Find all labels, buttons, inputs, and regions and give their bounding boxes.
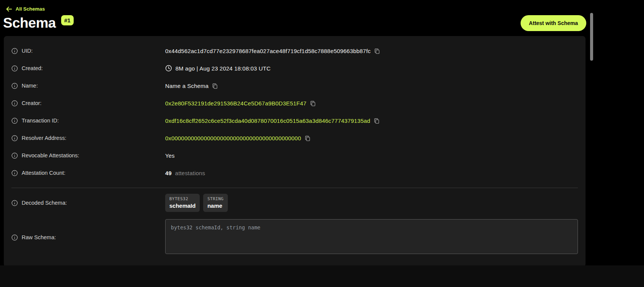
info-icon	[11, 200, 18, 206]
info-icon	[11, 135, 18, 141]
schema-field-badge: STRING name	[203, 194, 228, 212]
field-name: name	[207, 202, 224, 209]
info-icon	[11, 118, 18, 124]
schema-details-card: UID: 0x44d562ac1d7cd77e232978687fea027ac…	[4, 36, 586, 267]
schema-page: All Schemas Schema #1 Attest with Schema…	[0, 0, 589, 267]
scrollbar-track[interactable]	[589, 0, 594, 265]
resolver-address-link[interactable]: 0x00000000000000000000000000000000000000…	[165, 135, 301, 141]
footer-area	[0, 265, 644, 287]
copy-icon[interactable]	[374, 118, 380, 124]
copy-icon[interactable]	[212, 83, 218, 89]
info-icon	[11, 48, 18, 54]
field-type: BYTES32	[169, 196, 196, 201]
info-icon	[11, 100, 18, 107]
copy-icon[interactable]	[305, 135, 311, 141]
detail-row-transaction-id: Transaction ID: 0xdf16c8cff2652c6ce52f3c…	[11, 112, 578, 129]
created-label: Created:	[22, 65, 43, 71]
detail-row-uid: UID: 0x44d562ac1d7cd77e232978687fea027ac…	[11, 42, 578, 60]
info-icon	[11, 234, 18, 241]
info-icon	[11, 170, 18, 176]
copy-icon[interactable]	[374, 48, 380, 54]
uid-label: UID:	[22, 48, 33, 54]
info-icon	[11, 152, 18, 159]
divider	[11, 188, 578, 188]
attest-with-schema-button[interactable]: Attest with Schema	[521, 15, 586, 31]
clock-icon	[165, 65, 172, 72]
copy-icon[interactable]	[310, 100, 316, 107]
page-title: Schema	[3, 14, 56, 32]
detail-row-created: Created: 8M ago | Aug 23 2024 18:08:03 U…	[11, 60, 578, 77]
revocable-label: Revocable Attestations:	[22, 152, 79, 158]
field-type: STRING	[207, 196, 224, 201]
attestation-count-value: 49	[165, 170, 172, 176]
back-arrow-icon	[6, 6, 12, 12]
creator-address-link[interactable]: 0x2e80F532191de291536B24Ce5D67a9B0D3E51F…	[165, 100, 306, 107]
attestations-link[interactable]: attestations	[175, 170, 205, 176]
detail-row-attestation-count: Attestation Count: 49 attestations	[11, 164, 578, 182]
resolver-address-label: Resolver Address:	[22, 135, 66, 141]
created-value: 8M ago | Aug 23 2024 18:08:03 UTC	[175, 65, 271, 72]
schema-field-badge: BYTES32 schemaId	[165, 194, 200, 212]
detail-row-name: Name: Name a Schema	[11, 77, 578, 94]
field-name: schemaId	[169, 202, 196, 209]
back-link[interactable]: All Schemas	[0, 0, 45, 12]
name-label: Name:	[22, 83, 38, 89]
schema-number-badge: #1	[61, 15, 74, 25]
creator-label: Creator:	[22, 100, 41, 106]
transaction-id-label: Transaction ID:	[22, 118, 59, 124]
detail-row-decoded-schema: Decoded Schema: BYTES32 schemaId STRING …	[11, 192, 578, 214]
name-value: Name a Schema	[165, 83, 208, 89]
detail-row-raw-schema: Raw Schema: bytes32 schemaId, string nam…	[11, 219, 578, 256]
raw-schema-label: Raw Schema:	[22, 234, 56, 240]
decoded-schema-label: Decoded Schema:	[22, 200, 67, 206]
detail-row-creator: Creator: 0x2e80F532191de291536B24Ce5D67a…	[11, 94, 578, 112]
transaction-id-link[interactable]: 0xdf16c8cff2652c6ce52f3cda40d0878070016c…	[165, 118, 370, 124]
title-row: Schema #1 Attest with Schema	[0, 14, 589, 32]
info-icon	[11, 83, 18, 89]
back-link-label: All Schemas	[16, 6, 45, 12]
scrollbar-thumb[interactable]	[590, 13, 593, 61]
revocable-value: Yes	[165, 152, 175, 159]
attestation-count-label: Attestation Count:	[22, 170, 65, 176]
detail-row-resolver-address: Resolver Address: 0x00000000000000000000…	[11, 129, 578, 147]
uid-value: 0x44d562ac1d7cd77e232978687fea027ace48f7…	[165, 48, 371, 54]
raw-schema-textarea[interactable]: bytes32 schemaId, string name	[165, 219, 578, 254]
info-icon	[11, 65, 18, 72]
detail-row-revocable: Revocable Attestations: Yes	[11, 147, 578, 164]
